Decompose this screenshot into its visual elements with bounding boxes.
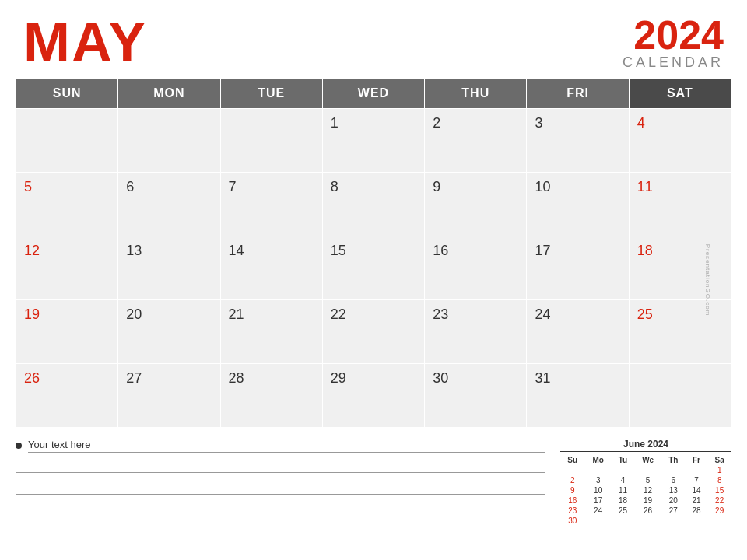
month-title: MAY [23, 14, 147, 70]
mini-cal-day [585, 465, 612, 475]
calendar-day: 11 [629, 173, 731, 236]
calendar-day: 7 [220, 173, 322, 236]
mini-cal-day [560, 465, 585, 475]
col-header-fri: FRI [527, 79, 629, 109]
calendar-day: 17 [527, 236, 629, 300]
mini-cal-day: 7 [686, 475, 708, 485]
calendar-day: 1 [322, 109, 424, 173]
calendar-day: 22 [322, 300, 424, 364]
bottom-section: Your text here June 2024 SuMoTuWeThFrSa … [0, 432, 747, 526]
calendar-day: 9 [425, 173, 527, 236]
notes-section: Your text here [16, 439, 545, 526]
mini-cal-day: 3 [585, 475, 612, 485]
notes-line-2 [16, 479, 545, 495]
col-header-sat: SAT [629, 79, 731, 109]
calendar-week-row: 567891011 [16, 173, 731, 236]
mini-cal-day [612, 465, 634, 475]
calendar-day: 30 [425, 364, 527, 428]
calendar-header: SUNMONTUEWEDTHUFRISAT [16, 79, 731, 109]
calendar-day: 6 [118, 173, 220, 236]
calendar-day [220, 109, 322, 173]
calendar-day: 20 [118, 300, 220, 364]
calendar-day: 12 [16, 236, 118, 300]
calendar-day: 13 [118, 236, 220, 300]
calendar-day: 19 [16, 300, 118, 364]
mini-cal-day [634, 516, 661, 526]
year-number: 2024 [622, 15, 724, 55]
mini-cal-day: 18 [612, 495, 634, 506]
calendar-day [118, 109, 220, 173]
year-block: 2024 CALENDAR [622, 15, 724, 69]
mini-cal-day: 30 [560, 516, 585, 526]
notes-line-3 [16, 501, 545, 516]
mini-cal-day: 8 [707, 475, 731, 485]
mini-cal-title: June 2024 [560, 439, 731, 452]
mini-cal-day: 25 [612, 506, 634, 516]
mini-cal-day: 28 [686, 506, 708, 516]
col-header-sun: SUN [16, 79, 118, 109]
calendar-label: CALENDAR [622, 55, 724, 69]
mini-cal-day: 1 [707, 465, 731, 475]
calendar-week-row: 1234 [16, 109, 731, 173]
mini-col-header: Su [560, 455, 585, 465]
mini-col-header: Tu [612, 455, 634, 465]
calendar-table: SUNMONTUEWEDTHUFRISAT 123456789101112131… [16, 78, 731, 428]
calendar-day: 26 [16, 364, 118, 428]
calendar-week-row: 12131415161718 [16, 236, 731, 300]
mini-cal-day: 26 [634, 506, 661, 516]
mini-col-header: We [634, 455, 661, 465]
mini-col-header: Sa [707, 455, 731, 465]
mini-cal-day: 20 [661, 495, 686, 506]
calendar-day: 27 [118, 364, 220, 428]
calendar-week-row: 262728293031 [16, 364, 731, 428]
calendar-day: 16 [425, 236, 527, 300]
calendar-day: 15 [322, 236, 424, 300]
calendar-day: 23 [425, 300, 527, 364]
mini-col-header: Fr [686, 455, 708, 465]
mini-cal-day [707, 516, 731, 526]
calendar-day: 28 [220, 364, 322, 428]
calendar-week-row: 19202122232425 [16, 300, 731, 364]
mini-cal-day: 29 [707, 506, 731, 516]
calendar-day: 4 [629, 109, 731, 173]
calendar-day: 25 [629, 300, 731, 364]
calendar-day [16, 109, 118, 173]
mini-cal-day: 24 [585, 506, 612, 516]
mini-col-header: Th [661, 455, 686, 465]
mini-cal-day [634, 465, 661, 475]
mini-cal-day [661, 516, 686, 526]
mini-cal-day: 10 [585, 485, 612, 495]
calendar-day: 5 [16, 173, 118, 236]
calendar-day: 8 [322, 173, 424, 236]
mini-cal-day: 27 [661, 506, 686, 516]
mini-cal-day [661, 465, 686, 475]
mini-cal-day: 19 [634, 495, 661, 506]
calendar-day: 2 [425, 109, 527, 173]
mini-col-header: Mo [585, 455, 612, 465]
col-header-tue: TUE [220, 79, 322, 109]
page-header: MAY 2024 CALENDAR [0, 0, 747, 78]
notes-placeholder[interactable]: Your text here [28, 439, 545, 453]
mini-cal-day [686, 465, 708, 475]
calendar-day: 10 [527, 173, 629, 236]
col-header-wed: WED [322, 79, 424, 109]
watermark: PresentationGO.com [704, 244, 711, 317]
calendar-day: 31 [527, 364, 629, 428]
mini-cal-day: 5 [634, 475, 661, 485]
mini-cal-day: 14 [686, 485, 708, 495]
bullet-point [16, 443, 22, 449]
mini-cal-day: 17 [585, 495, 612, 506]
calendar-day: 29 [322, 364, 424, 428]
calendar-day: 18 [629, 236, 731, 300]
mini-cal-day: 12 [634, 485, 661, 495]
calendar-day: 14 [220, 236, 322, 300]
mini-cal-table: SuMoTuWeThFrSa 1234567891011121314151617… [560, 455, 731, 526]
mini-cal-day: 15 [707, 485, 731, 495]
mini-cal-day: 4 [612, 475, 634, 485]
calendar-day: 21 [220, 300, 322, 364]
notes-item: Your text here [16, 439, 545, 453]
mini-cal-day [686, 516, 708, 526]
calendar-wrapper: SUNMONTUEWEDTHUFRISAT 123456789101112131… [0, 78, 747, 428]
mini-cal-day [585, 516, 612, 526]
mini-cal-day: 16 [560, 495, 585, 506]
